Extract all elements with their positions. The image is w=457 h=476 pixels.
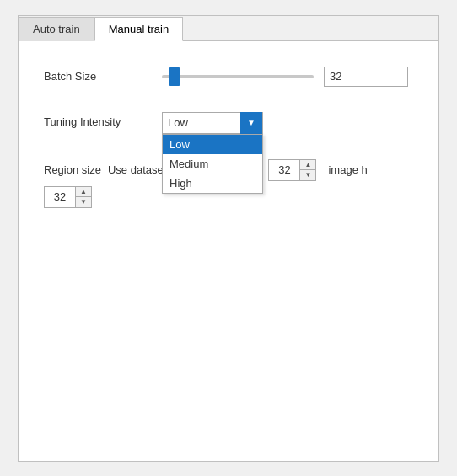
batch-size-row: Batch Size	[44, 67, 413, 87]
batch-size-label: Batch Size	[44, 70, 162, 83]
image-h-up-button[interactable]: ▲	[76, 187, 91, 197]
batch-size-slider[interactable]	[162, 75, 314, 78]
tab-auto-train[interactable]: Auto train	[19, 17, 94, 41]
batch-size-input[interactable]	[324, 67, 408, 87]
dropdown-option-high[interactable]: High	[163, 174, 262, 193]
tabs-bar: Auto train Manual train	[19, 16, 438, 41]
tuning-intensity-display[interactable]: Low ▼	[162, 112, 263, 134]
tab-content: Batch Size Tuning Intensity Low Medium H…	[19, 41, 438, 225]
tab-manual-train[interactable]: Manual train	[94, 17, 184, 41]
image-h-down-button[interactable]: ▼	[76, 197, 91, 207]
image-h-spinner-buttons: ▲ ▼	[75, 187, 91, 207]
dropdown-option-medium[interactable]: Medium	[163, 154, 262, 174]
image-w-spinner-buttons: ▲ ▼	[299, 160, 315, 180]
slider-wrapper	[162, 68, 314, 85]
image-h-input[interactable]	[45, 187, 75, 207]
slider-container	[162, 67, 413, 87]
main-container: Auto train Manual train Batch Size Tunin…	[18, 15, 439, 462]
image-w-spinner: ▲ ▼	[268, 159, 316, 181]
image-w-input[interactable]	[269, 160, 299, 180]
image-w-down-button[interactable]: ▼	[300, 170, 315, 180]
image-w-up-button[interactable]: ▲	[300, 160, 315, 170]
dropdown-arrow-icon: ▼	[240, 112, 262, 134]
tuning-intensity-dropdown-list: Low Medium High	[162, 134, 263, 194]
tuning-intensity-value: Low	[163, 116, 240, 129]
tuning-intensity-dropdown-wrapper: Low Medium High Low ▼ Low Medium	[162, 112, 263, 134]
tuning-intensity-row: Tuning Intensity Low Medium High Low ▼	[44, 112, 413, 134]
image-h-spinner: ▲ ▼	[44, 186, 92, 208]
region-size-label: Region size	[44, 163, 101, 176]
tuning-intensity-label: Tuning Intensity	[44, 112, 162, 128]
image-h-label: image h	[328, 163, 367, 176]
dropdown-option-low[interactable]: Low	[163, 135, 262, 154]
